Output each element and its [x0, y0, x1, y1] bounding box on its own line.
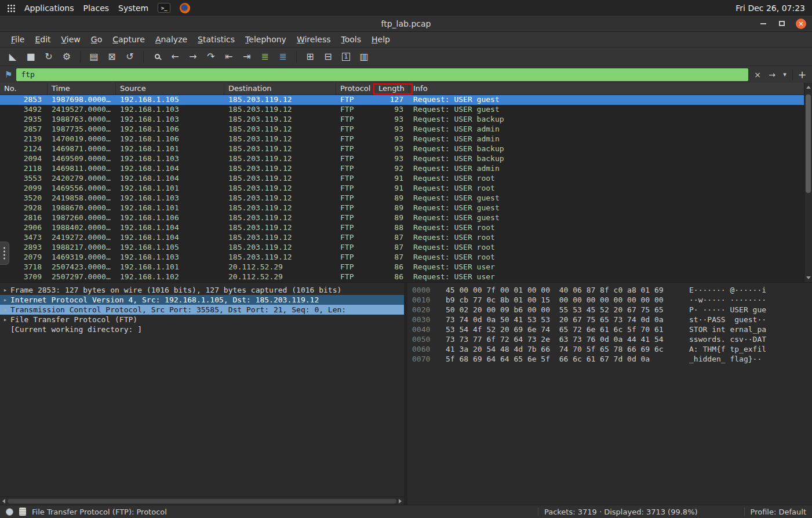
- menu-tools[interactable]: Tools: [336, 33, 367, 46]
- column-header-no[interactable]: No.: [0, 83, 48, 94]
- display-filter-input[interactable]: ftp: [16, 68, 748, 81]
- reload-file-button[interactable]: ↺: [122, 49, 138, 64]
- resize-columns-button[interactable]: ▥: [356, 49, 372, 64]
- packet-list-scrollbar[interactable]: [804, 83, 812, 282]
- scrollbar-thumb[interactable]: [806, 94, 811, 193]
- packet-row[interactable]: 21181469811.0000…192.168.1.104185.203.11…: [0, 164, 804, 174]
- hex-row[interactable]: 000045 00 00 7f 00 01 00 00 40 06 87 8f …: [412, 285, 812, 295]
- go-forward-button[interactable]: →: [185, 49, 201, 64]
- detail-line[interactable]: [Current working directory: ]: [0, 324, 404, 334]
- hex-row[interactable]: 004053 54 4f 52 20 69 6e 74 65 72 6e 61 …: [412, 324, 812, 334]
- menu-statistics[interactable]: Statistics: [192, 33, 240, 46]
- column-header-destination[interactable]: Destination: [224, 83, 336, 94]
- clear-filter-button[interactable]: ×: [752, 70, 763, 79]
- column-header-length[interactable]: Length: [374, 83, 409, 94]
- packet-row[interactable]: 28571987735.0000…192.168.1.106185.203.11…: [0, 125, 804, 134]
- firefox-icon[interactable]: [180, 3, 190, 13]
- menu-file[interactable]: File: [6, 33, 30, 46]
- find-packet-button[interactable]: [149, 49, 165, 64]
- menu-go[interactable]: Go: [86, 33, 107, 46]
- hex-row[interactable]: 0010b9 cb 77 0c 8b 01 00 15 00 00 00 00 …: [412, 295, 812, 305]
- hex-row[interactable]: 002050 02 20 00 09 b6 00 00 55 53 45 52 …: [412, 305, 812, 315]
- packet-row[interactable]: 28931988217.0000…192.168.1.105185.203.11…: [0, 243, 804, 253]
- hex-row[interactable]: 003073 74 0d 0a 50 41 53 53 20 67 75 65 …: [412, 315, 812, 324]
- hex-row[interactable]: 006041 3a 20 54 48 4d 7b 66 74 70 5f 65 …: [412, 344, 812, 354]
- packet-row[interactable]: 20791469319.0000…192.168.1.103185.203.11…: [0, 253, 804, 262]
- menu-edit[interactable]: Edit: [30, 33, 56, 46]
- detail-line[interactable]: ▸Transmission Control Protocol, Src Port…: [0, 305, 404, 315]
- menu-analyze[interactable]: Analyze: [150, 33, 192, 46]
- start-capture-button[interactable]: ◣: [5, 49, 21, 64]
- packet-row[interactable]: 21241469871.0000…192.168.1.101185.203.11…: [0, 144, 804, 154]
- zoom-out-button[interactable]: ⊟: [320, 49, 336, 64]
- packet-row[interactable]: 35532420279.0000…192.168.1.104185.203.11…: [0, 174, 804, 184]
- side-pane-handle[interactable]: [0, 242, 9, 265]
- packet-row[interactable]: 35202419858.0000…192.168.1.103185.203.11…: [0, 194, 804, 203]
- panel-menu-applications[interactable]: Applications: [24, 3, 74, 13]
- add-filter-button[interactable]: +: [797, 68, 807, 81]
- packet-row[interactable]: 29351988763.0000…192.168.1.103185.203.11…: [0, 115, 804, 125]
- hex-row[interactable]: 00705f 68 69 64 64 65 6e 5f 66 6c 61 67 …: [412, 354, 812, 364]
- status-profile[interactable]: Profile: Default: [751, 508, 806, 516]
- packet-row[interactable]: 29061988402.0000…192.168.1.104185.203.11…: [0, 223, 804, 233]
- detail-line[interactable]: ▸File Transfer Protocol (FTP): [0, 315, 404, 324]
- capture-options-button[interactable]: ⚙: [59, 49, 75, 64]
- zoom-in-button[interactable]: ⊞: [302, 49, 318, 64]
- details-horizontal-scrollbar[interactable]: [0, 497, 404, 505]
- capture-comment-icon[interactable]: [19, 508, 26, 516]
- packet-row[interactable]: 34922419527.0000…192.168.1.103185.203.11…: [0, 105, 804, 115]
- packet-row[interactable]: 28531987698.0000…192.168.1.105185.203.11…: [0, 95, 804, 105]
- menu-wireless[interactable]: Wireless: [292, 33, 336, 46]
- clock[interactable]: Fri Dec 26, 07:23: [735, 3, 805, 13]
- scroll-down-arrow-icon[interactable]: [806, 276, 811, 279]
- panel-menu-system[interactable]: System: [118, 3, 148, 13]
- terminal-icon[interactable]: >_: [158, 3, 170, 13]
- menu-telephony[interactable]: Telephony: [240, 33, 292, 46]
- colorize-packets-button[interactable]: ≣: [257, 49, 273, 64]
- apply-filter-button[interactable]: →: [767, 70, 777, 79]
- cell-length: 88: [374, 223, 409, 233]
- column-header-source[interactable]: Source: [116, 83, 224, 94]
- packet-row[interactable]: 28161987260.0000…192.168.1.106185.203.11…: [0, 213, 804, 223]
- column-header-protocol[interactable]: Protocol: [336, 83, 374, 94]
- auto-scroll-button[interactable]: ≣: [275, 49, 291, 64]
- title-bar[interactable]: ftp_lab.pcap ×: [0, 16, 812, 32]
- filter-bookmark-icon[interactable]: ⚑: [5, 70, 12, 80]
- scroll-up-arrow-icon[interactable]: [806, 86, 811, 89]
- h-scrollbar-thumb[interactable]: [8, 499, 396, 504]
- scroll-right-arrow-icon[interactable]: [399, 499, 402, 504]
- packet-row[interactable]: 21391470019.0000…192.168.1.106185.203.11…: [0, 134, 804, 144]
- scroll-left-arrow-icon[interactable]: [2, 499, 5, 504]
- cell-time: 2420279.0000…: [48, 174, 116, 184]
- normal-size-button[interactable]: 1: [338, 49, 354, 64]
- maximize-button[interactable]: [777, 19, 786, 28]
- column-header-info[interactable]: Info: [409, 83, 804, 94]
- stop-capture-button[interactable]: ■: [23, 49, 39, 64]
- menu-view[interactable]: View: [56, 33, 86, 46]
- restart-capture-button[interactable]: ↻: [41, 49, 57, 64]
- expert-info-icon[interactable]: [6, 508, 13, 516]
- hex-row[interactable]: 005073 73 77 6f 72 64 73 2e 63 73 76 0d …: [412, 334, 812, 344]
- packet-row[interactable]: 37092507297.0000…192.168.1.10220.112.52.…: [0, 272, 804, 282]
- first-packet-button[interactable]: ⇤: [221, 49, 237, 64]
- detail-line[interactable]: ▸Internet Protocol Version 4, Src: 192.1…: [0, 295, 404, 305]
- packet-row[interactable]: 37182507423.0000…192.168.1.10120.112.52.…: [0, 262, 804, 272]
- go-to-packet-button[interactable]: ↷: [203, 49, 219, 64]
- column-header-time[interactable]: Time: [48, 83, 116, 94]
- filter-dropdown-button[interactable]: ▾: [781, 71, 788, 78]
- last-packet-button[interactable]: ⇥: [239, 49, 255, 64]
- minimize-button[interactable]: [759, 19, 768, 28]
- open-file-button[interactable]: ▤: [86, 49, 102, 64]
- packet-row[interactable]: 20941469509.0000…192.168.1.103185.203.11…: [0, 154, 804, 164]
- menu-capture[interactable]: Capture: [107, 33, 150, 46]
- close-button[interactable]: ×: [796, 19, 806, 29]
- close-file-button[interactable]: ⊠: [104, 49, 120, 64]
- go-back-button[interactable]: ←: [167, 49, 183, 64]
- panel-menu-places[interactable]: Places: [83, 3, 110, 13]
- packet-row[interactable]: 29281988670.0000…192.168.1.101185.203.11…: [0, 203, 804, 213]
- detail-line[interactable]: ▸Frame 2853: 127 bytes on wire (1016 bit…: [0, 285, 404, 295]
- apps-grid-icon[interactable]: [7, 4, 15, 12]
- menu-help[interactable]: Help: [366, 33, 395, 46]
- packet-row[interactable]: 34732419272.0000…192.168.1.104185.203.11…: [0, 233, 804, 243]
- packet-row[interactable]: 20991469556.0000…192.168.1.101185.203.11…: [0, 184, 804, 194]
